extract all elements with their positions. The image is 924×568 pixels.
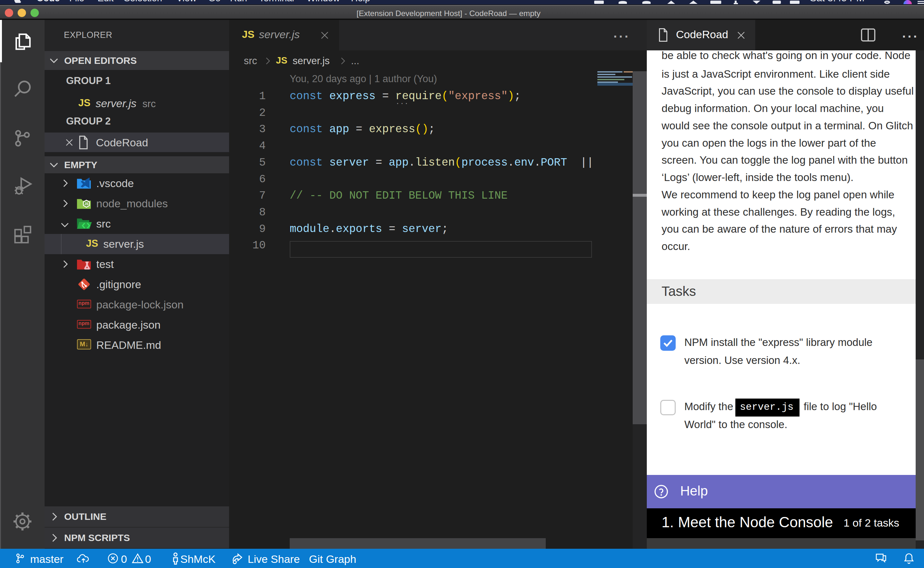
svg-text:JS: JS	[84, 202, 89, 206]
